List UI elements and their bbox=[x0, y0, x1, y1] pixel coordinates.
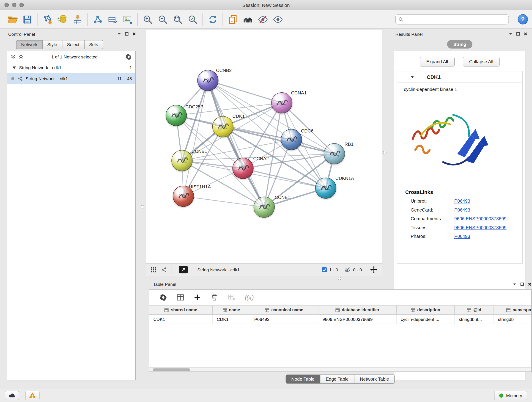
cell-name[interactable]: CDK1 bbox=[213, 315, 250, 324]
cell-canonical-name[interactable]: P06493 bbox=[250, 315, 318, 324]
network-node-rb1[interactable] bbox=[324, 143, 345, 164]
hidden-eye-icon[interactable] bbox=[344, 266, 351, 273]
tab-node-table[interactable]: Node Table bbox=[285, 375, 320, 384]
import-network-file-button[interactable] bbox=[40, 12, 55, 27]
network-node-ccnb1[interactable] bbox=[171, 150, 192, 171]
right-splitter-handle[interactable] bbox=[383, 151, 386, 154]
crosslink-link[interactable]: 9606.ENSP00000378699 bbox=[454, 216, 507, 221]
close-panel-icon[interactable] bbox=[528, 282, 532, 286]
crosslink-link[interactable]: P06493 bbox=[454, 207, 470, 212]
table-options-gear-icon[interactable] bbox=[159, 294, 167, 301]
panel-menu-icon[interactable] bbox=[513, 282, 517, 286]
zoom-in-button[interactable] bbox=[140, 12, 155, 27]
float-panel-icon[interactable] bbox=[516, 32, 520, 36]
open-session-button[interactable] bbox=[5, 12, 20, 27]
network-collection-row[interactable]: String Network - cdk1 1 bbox=[7, 62, 135, 73]
network-node-cdc25b[interactable] bbox=[166, 105, 187, 126]
grid-view-icon[interactable] bbox=[151, 267, 156, 273]
column-header[interactable]: @id bbox=[455, 306, 494, 314]
collapse-all-networks-icon[interactable] bbox=[18, 54, 23, 59]
column-header[interactable]: namespace bbox=[494, 306, 532, 314]
cell-description[interactable]: cyclin-dependent ... bbox=[397, 315, 455, 324]
collapse-all-button[interactable]: Collapse All bbox=[462, 57, 500, 66]
column-header[interactable]: shared name bbox=[149, 306, 213, 314]
network-node-ccne1[interactable] bbox=[254, 197, 275, 218]
network-node-cdc6[interactable] bbox=[281, 129, 302, 150]
column-header[interactable]: canonical name bbox=[250, 306, 318, 314]
tab-network[interactable]: Network bbox=[16, 40, 43, 49]
column-header[interactable]: description bbox=[397, 306, 455, 314]
export-image-button[interactable] bbox=[120, 12, 135, 27]
network-edge[interactable] bbox=[208, 80, 264, 207]
crosslink-link[interactable]: P06493 bbox=[454, 199, 470, 204]
close-panel-icon[interactable] bbox=[524, 32, 528, 36]
tab-select[interactable]: Select bbox=[62, 40, 84, 49]
zoom-out-button[interactable] bbox=[155, 12, 170, 27]
selected-checkbox-icon[interactable] bbox=[322, 267, 327, 272]
card-disclosure-icon[interactable] bbox=[411, 76, 414, 78]
save-session-button[interactable] bbox=[20, 12, 35, 27]
network-overview-icon[interactable] bbox=[161, 267, 167, 273]
open-in-string-button[interactable] bbox=[179, 266, 188, 274]
show-all-button[interactable] bbox=[270, 12, 285, 27]
scrollbar-thumb[interactable] bbox=[152, 368, 190, 371]
search-input[interactable] bbox=[405, 17, 506, 22]
network-edge[interactable] bbox=[183, 80, 208, 196]
memory-button[interactable]: Memory bbox=[494, 391, 527, 400]
network-node-ccnb2[interactable] bbox=[197, 70, 218, 91]
warning-button[interactable] bbox=[25, 391, 39, 400]
crosslink-link[interactable]: 9606.ENSP00000378699 bbox=[454, 225, 507, 230]
expand-all-networks-icon[interactable] bbox=[11, 54, 16, 59]
help-button[interactable]: ? bbox=[518, 14, 528, 24]
network-options-gear-icon[interactable] bbox=[125, 53, 132, 60]
network-tools-button[interactable] bbox=[90, 12, 105, 27]
warning-icon bbox=[29, 392, 36, 400]
pan-crosshair-icon[interactable] bbox=[370, 266, 378, 274]
network-row[interactable]: String Network - cdk1 11 48 bbox=[7, 73, 135, 84]
network-node-ccna2[interactable] bbox=[232, 158, 253, 179]
import-table-file-button[interactable] bbox=[70, 12, 85, 27]
delete-column-trash-icon[interactable] bbox=[210, 294, 218, 301]
refresh-layout-button[interactable] bbox=[205, 12, 220, 27]
network-canvas[interactable]: CCNB2CCNA1CDC25BCDK1CDC6RB1CCNB1CCNA2CDK… bbox=[146, 30, 382, 263]
network-node-cdkn1a[interactable] bbox=[315, 178, 336, 199]
crosslink-link[interactable]: P06493 bbox=[454, 234, 470, 239]
panel-menu-icon[interactable] bbox=[117, 32, 121, 36]
table-row[interactable]: CDK1 CDK1 P06493 9606.ENSP00000378699 cy… bbox=[149, 315, 532, 324]
panel-menu-icon[interactable] bbox=[508, 32, 513, 36]
tab-edge-table[interactable]: Edge Table bbox=[320, 375, 355, 384]
cell-shared-name[interactable]: CDK1 bbox=[149, 315, 213, 324]
tab-string[interactable]: String bbox=[447, 40, 472, 49]
bottom-splitter-handle[interactable] bbox=[338, 277, 341, 280]
network-node-ccna1[interactable] bbox=[271, 92, 292, 114]
close-panel-icon[interactable] bbox=[132, 32, 136, 36]
zoom-fit-button[interactable] bbox=[170, 12, 185, 27]
cell-database-identifier[interactable]: 9606.ENSP00000378699 bbox=[318, 315, 397, 324]
tab-style[interactable]: Style bbox=[42, 40, 62, 49]
network-edge[interactable] bbox=[208, 80, 282, 103]
show-columns-icon[interactable] bbox=[177, 294, 184, 301]
cell-namespace[interactable]: stringdb bbox=[494, 315, 532, 324]
cell-id[interactable]: stringdb:9... bbox=[455, 315, 494, 324]
import-network-database-button[interactable] bbox=[55, 12, 70, 27]
collection-disclosure-icon[interactable] bbox=[13, 66, 16, 69]
horizontal-scrollbar[interactable] bbox=[149, 367, 531, 371]
network-node-cdk1[interactable] bbox=[212, 116, 234, 137]
network-edge[interactable] bbox=[183, 196, 264, 207]
hide-selected-button[interactable] bbox=[255, 12, 270, 27]
tab-sets[interactable]: Sets bbox=[84, 40, 103, 49]
column-header[interactable]: database identifier bbox=[318, 306, 397, 314]
zoom-selected-button[interactable] bbox=[185, 12, 200, 27]
cloud-button[interactable] bbox=[5, 391, 19, 400]
column-header[interactable]: name bbox=[213, 306, 250, 314]
copy-documents-button[interactable] bbox=[225, 12, 240, 27]
create-column-plus-icon[interactable] bbox=[194, 294, 201, 301]
expand-all-button[interactable]: Expand All bbox=[420, 57, 454, 66]
protein-structure-thumbnail bbox=[319, 181, 333, 195]
tab-network-table[interactable]: Network Table bbox=[354, 375, 395, 384]
float-panel-icon[interactable] bbox=[520, 282, 524, 286]
home-views-button[interactable] bbox=[240, 12, 255, 27]
network-table-button[interactable] bbox=[105, 12, 120, 27]
left-splitter-handle[interactable] bbox=[141, 205, 144, 209]
float-panel-icon[interactable] bbox=[125, 32, 129, 36]
